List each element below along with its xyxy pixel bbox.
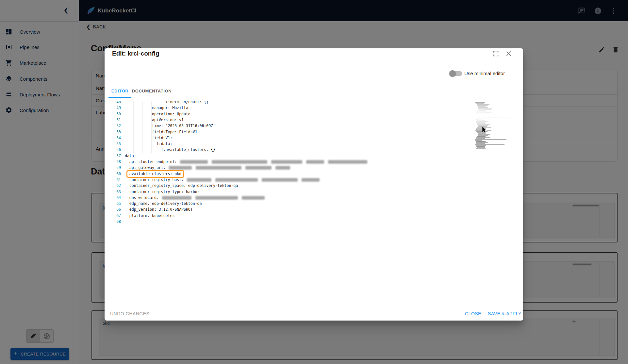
editor-line: 56 f:available_clusters: {} <box>108 147 215 153</box>
redacted-value <box>212 160 267 164</box>
yaml-editor[interactable]: 48 f:helm.sh/chart: {}49 - manager: Mozi… <box>108 101 511 310</box>
editor-line: 55 f:data: <box>108 141 172 147</box>
editor-line: 64 dns_wildcard: <box>108 195 265 201</box>
minimap-line <box>476 138 485 139</box>
minimap-line <box>477 105 488 106</box>
minimap-line <box>476 137 490 138</box>
minimap-line <box>475 139 506 140</box>
minimap-line <box>477 113 486 113</box>
minimal-editor-label: Use minimal editor <box>464 71 505 76</box>
minimap-line <box>477 124 490 125</box>
line-number: 63 <box>108 189 121 195</box>
minimap-line <box>478 118 510 118</box>
line-code: time: '2025-03-31T16:06:09Z' <box>125 124 215 128</box>
editor-line: 61 container_registry_host: <box>108 177 320 183</box>
editor-line: 66 edp_version: 3.12.0-SNAPSHOT <box>108 207 193 213</box>
line-code: operation: Update <box>125 112 190 116</box>
minimap-line <box>475 140 482 141</box>
editor-line: 68 <box>108 219 125 225</box>
line-number: 59 <box>108 165 121 171</box>
editor-line: 54 fieldsV1: <box>108 135 172 141</box>
editor-line: 52 time: '2025-03-31T16:06:09Z' <box>108 123 215 129</box>
minimap-line <box>476 103 484 104</box>
minimap-line <box>477 104 489 105</box>
line-code: container_registry_host: <box>125 177 320 182</box>
line-number: 52 <box>108 123 121 129</box>
line-code: platform: kubernetes <box>125 213 174 218</box>
editor-line: 58 api_cluster_endpoint: <box>108 159 367 165</box>
line-code: - manager: Mozilla <box>125 106 188 110</box>
close-button[interactable]: CLOSE <box>465 311 481 316</box>
minimal-editor-switch-knob[interactable] <box>449 70 456 77</box>
redacted-value <box>275 166 290 170</box>
fullscreen-icon[interactable] <box>492 50 499 57</box>
line-number: 50 <box>108 111 121 117</box>
minimap-line <box>480 117 488 117</box>
line-code: fieldsType: FieldsV1 <box>125 130 197 134</box>
editor-line: 62 container_registry_space: edp-deliver… <box>108 183 238 189</box>
redacted-value <box>271 160 302 164</box>
editor-line: 63 container_registry_type: harbor <box>108 189 199 195</box>
line-number: 53 <box>108 129 121 135</box>
redacted-value <box>195 196 238 200</box>
minimap-line <box>475 102 485 103</box>
minimap-line <box>476 121 485 121</box>
line-code: available_clusters: okd <box>125 172 184 176</box>
redacted-value <box>302 178 320 182</box>
minimap-line <box>476 112 491 112</box>
editor-line: 65 edp_name: edp-delivery-tekton-qa <box>108 201 202 207</box>
minimap-line <box>478 135 488 136</box>
editor-line: 50 operation: Update <box>108 111 190 117</box>
dialog-title: Edit: krci-config <box>112 50 159 57</box>
editor-right-border <box>511 101 511 310</box>
redacted-value <box>196 166 241 170</box>
active-tab-indicator <box>108 97 131 98</box>
minimap-line <box>476 148 486 149</box>
line-code: f:data: <box>125 141 172 146</box>
minimap-line <box>478 114 485 114</box>
redacted-value <box>215 178 258 182</box>
save-apply-button[interactable]: SAVE & APPLY <box>488 311 521 316</box>
minimap-line <box>479 109 491 109</box>
line-code: container_registry_type: harbor <box>125 190 199 194</box>
line-number: 65 <box>108 201 121 207</box>
screen: ❮ OverviewPipelinesMarketplaceComponents… <box>0 0 628 364</box>
line-code: apiVersion: v1 <box>125 118 184 122</box>
minimap-line <box>478 115 489 115</box>
tab-documentation[interactable]: DOCUMENTATION <box>131 85 172 97</box>
line-number: 67 <box>108 213 121 219</box>
line-number: 58 <box>108 159 121 165</box>
editor-line: 51 apiVersion: v1 <box>108 117 184 123</box>
line-number: 60 <box>108 171 121 177</box>
line-code: edp_name: edp-delivery-tekton-qa <box>125 201 202 206</box>
line-code: dns_wildcard: <box>125 195 265 200</box>
line-number: 48 <box>108 101 121 105</box>
line-code: f:available_clusters: {} <box>125 147 215 152</box>
minimap-line <box>476 143 485 144</box>
minimap-line <box>476 122 488 122</box>
editor-line: 48 f:helm.sh/chart: {} <box>108 101 208 105</box>
line-number: 54 <box>108 135 121 141</box>
redacted-value <box>180 160 208 164</box>
redacted-value <box>262 178 298 182</box>
minimap-line <box>475 144 504 145</box>
line-code: container_registry_space: edp-delivery-t… <box>125 183 238 188</box>
line-number: 57 <box>108 153 121 159</box>
editor-line: 67 platform: kubernetes <box>108 213 174 219</box>
editor-line: 49 - manager: Mozilla <box>108 105 188 111</box>
editor-minimap[interactable] <box>474 101 510 310</box>
line-number: 56 <box>108 147 121 153</box>
minimap-line <box>478 119 489 119</box>
redacted-value <box>187 178 211 182</box>
line-code: edp_version: 3.12.0-SNAPSHOT <box>125 207 193 212</box>
redacted-value <box>245 166 272 170</box>
minimap-line <box>477 124 485 124</box>
minimap-line <box>477 147 485 148</box>
line-number: 62 <box>108 183 121 189</box>
line-number: 49 <box>108 105 121 111</box>
undo-changes-button[interactable]: UNDO CHANGES <box>110 311 149 316</box>
minimap-line <box>479 116 492 116</box>
close-icon[interactable] <box>505 50 512 57</box>
tab-editor[interactable]: EDITOR <box>108 85 131 97</box>
editor-line: 60 available_clusters: okd <box>108 171 184 177</box>
